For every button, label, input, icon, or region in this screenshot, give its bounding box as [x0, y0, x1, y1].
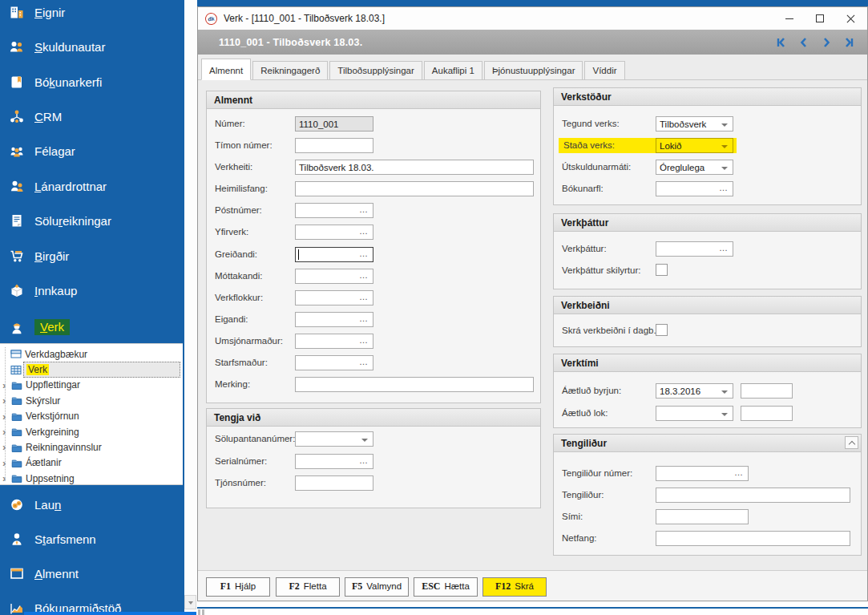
sidebar-item-innkaup[interactable]: Innkaup: [0, 281, 184, 300]
field-row-simi: Sími:: [562, 509, 853, 524]
netfang-input[interactable]: [656, 531, 850, 546]
tree-item-skyrslur[interactable]: Skýrslur: [0, 393, 183, 408]
tree-item-verk[interactable]: Verk: [0, 362, 183, 377]
tengilidur-input[interactable]: [656, 488, 850, 503]
general-window-icon: [9, 566, 25, 581]
verkflokkur-lookup-input[interactable]: [295, 290, 373, 305]
tree-item-uppflettingar[interactable]: Uppflettingar: [0, 378, 183, 393]
tree-item-verkstjornun[interactable]: Verkstjórnun: [0, 409, 183, 424]
verkthattur-skilyrtur-checkbox[interactable]: [656, 264, 668, 276]
tree-item-verkgreining[interactable]: Verkgreining: [0, 424, 183, 439]
skra-verkbeidni-checkbox[interactable]: [656, 324, 668, 336]
group-tengilidur: Tengiliður Tengiliður númer: Tengiliður:…: [553, 434, 862, 556]
eigandi-lookup-input[interactable]: [295, 312, 373, 327]
sidebar-item-almennt[interactable]: Almennt: [0, 564, 184, 583]
field-row-solupantananumer: Sölupantananúmer:: [215, 431, 532, 447]
record-navigation: [776, 30, 854, 55]
sidebar-item-starfsmenn[interactable]: Starfsmenn: [0, 529, 184, 548]
group-almennt: Almennt Númer: 1110_001 Tímon númer: Ver…: [206, 91, 541, 403]
tengilidur-numer-lookup-input[interactable]: [656, 466, 749, 481]
mottakandi-lookup-input[interactable]: [295, 269, 373, 284]
tab-thjonustuupplysingar[interactable]: Þjónustuupplýsingar: [484, 61, 583, 80]
expand-chevron-icon[interactable]: [2, 471, 10, 486]
tab-tilbodsupplysingar[interactable]: Tilboðsupplýsingar: [329, 61, 422, 80]
bokunarfl-lookup-input[interactable]: [656, 181, 733, 196]
verkheiti-input[interactable]: Tilboðsverk 18.03.: [295, 160, 534, 175]
sidebar-item-skuldunautar[interactable]: Skuldunautar: [0, 37, 184, 56]
previous-record-icon[interactable]: [798, 37, 809, 48]
sidebar-item-crm[interactable]: CRM: [0, 107, 184, 126]
expand-chevron-icon[interactable]: [2, 409, 10, 424]
tab-aukaflipi-1[interactable]: Aukaflipi 1: [424, 61, 482, 80]
expand-chevron-icon[interactable]: [2, 455, 10, 471]
scroll-down-button[interactable]: [184, 595, 196, 609]
aetlud-lok-time-input[interactable]: [741, 406, 793, 421]
sidebar-item-felagar[interactable]: Félagar: [0, 141, 184, 160]
tree-item-verkdagbaekur[interactable]: Verkdagbækur: [0, 346, 183, 362]
verkthattur-lookup-input[interactable]: [656, 241, 733, 257]
group-verktimi: Verktími Áætluð byrjun: 18.3.2016 Áætluð…: [553, 354, 862, 428]
sidebar-item-bokunarkerfi[interactable]: Bókunarkerfi: [0, 72, 184, 91]
sidebar-item-birgdir[interactable]: Birgðir: [0, 246, 184, 265]
group-verkstodur: Verkstöður Tegund verks: Tilboðsverk Sta…: [553, 87, 862, 205]
sidebar-item-laun[interactable]: Laun: [0, 495, 184, 514]
expand-chevron-icon[interactable]: [2, 393, 10, 408]
verk-tree-panel: Verkdagbækur Verk Uppflettingar Skýrslur…: [0, 343, 183, 485]
folder-icon: [11, 443, 22, 453]
f1-help-button[interactable]: F1Hjálp: [206, 577, 270, 597]
aetlud-lok-date-dropdown[interactable]: [656, 406, 733, 421]
sidebar-item-verk[interactable]: Verk: [0, 318, 184, 337]
sidebar-item-verk-label: Verk: [34, 319, 70, 335]
utskuldunarmati-dropdown[interactable]: Óreglulega: [656, 160, 733, 175]
tree-item-reikningavinnslur[interactable]: Reikningavinnslur: [0, 439, 183, 455]
maximize-button[interactable]: [805, 7, 835, 30]
heimilisfang-input[interactable]: [295, 181, 534, 196]
text-caret: [298, 249, 299, 260]
f5-menu-button[interactable]: F5Valmynd: [345, 577, 409, 597]
expand-chevron-icon[interactable]: [2, 439, 10, 455]
tree-selection: Verk: [23, 362, 180, 377]
solupantananumer-dropdown[interactable]: [295, 431, 373, 447]
aetlud-byrjun-time-input[interactable]: [741, 383, 793, 399]
merking-input[interactable]: [295, 377, 534, 392]
umsjonarmadur-lookup-input[interactable]: [295, 334, 373, 349]
tree-item-uppsetning[interactable]: Uppsetning: [0, 471, 183, 486]
numer-input[interactable]: 1110_001: [295, 116, 373, 131]
esc-cancel-button[interactable]: ESCHætta: [414, 577, 478, 597]
field-row-verkthattur-skilyrtur: Verkþáttur skilyrtur:: [562, 263, 853, 278]
sidebar-scrollbar[interactable]: [184, 0, 197, 615]
journal-icon: [10, 349, 22, 359]
close-button[interactable]: [835, 7, 866, 30]
tab-almennt[interactable]: Almennt: [201, 59, 251, 80]
tegund-verks-dropdown[interactable]: Tilboðsverk: [656, 116, 733, 131]
serialnumer-lookup-input[interactable]: [295, 454, 373, 469]
postnumer-lookup-input[interactable]: [295, 203, 373, 218]
expand-chevron-icon[interactable]: [2, 424, 10, 439]
sidebar-item-solureikningar[interactable]: Sölureikningar: [0, 211, 184, 230]
aetlud-byrjun-date-dropdown[interactable]: 18.3.2016: [656, 383, 733, 399]
collapse-button[interactable]: [845, 436, 858, 449]
posting-center-chart-icon: [9, 601, 25, 615]
simi-input[interactable]: [656, 509, 749, 524]
greidandi-lookup-input[interactable]: [295, 247, 373, 262]
form-content: Almennt Númer: 1110_001 Tímon númer: Ver…: [198, 80, 867, 570]
expand-chevron-icon[interactable]: [2, 378, 10, 393]
sidebar-item-eignir[interactable]: Eignir: [0, 2, 184, 22]
first-record-icon[interactable]: [776, 37, 787, 48]
tree-item-aaetlanir[interactable]: Áætlanir: [0, 455, 183, 471]
f2-browse-button[interactable]: F2Fletta: [276, 577, 340, 597]
next-record-icon[interactable]: [821, 37, 832, 48]
timon-numer-input[interactable]: [295, 138, 373, 153]
f12-save-button[interactable]: F12Skrá: [482, 577, 547, 597]
folder-icon: [11, 395, 22, 406]
minimize-button[interactable]: [774, 7, 805, 30]
tab-viddir[interactable]: Víddir: [584, 61, 624, 80]
starfsmadur-lookup-input[interactable]: [295, 355, 373, 370]
tjonsnumer-input[interactable]: [295, 475, 373, 491]
yfirverk-lookup-input[interactable]: [295, 225, 373, 240]
stada-verks-dropdown[interactable]: Lokið: [656, 138, 733, 153]
last-record-icon[interactable]: [843, 37, 854, 48]
field-row-skra-verkbeidni: Skrá verkbeiðni í dagb.:: [562, 323, 853, 338]
sidebar-item-lanardrottnar[interactable]: Lánardrottnar: [0, 176, 184, 196]
tab-reikningagerd[interactable]: Reikningagerð: [252, 61, 328, 80]
